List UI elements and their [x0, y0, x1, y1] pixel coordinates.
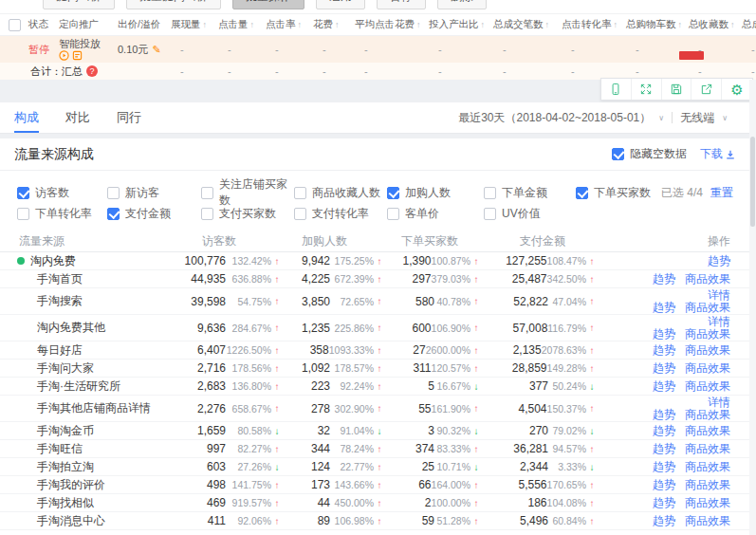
- action-link[interactable]: 商品效果: [685, 409, 730, 421]
- action-link[interactable]: 趋势: [653, 497, 675, 509]
- action-link[interactable]: 趋势: [653, 425, 675, 437]
- download-link[interactable]: 下载: [700, 146, 735, 162]
- toolbar-button[interactable]: 暂停: [377, 0, 426, 9]
- select-all-checkbox[interactable]: [9, 19, 21, 31]
- column-header[interactable]: 投入产出比↑: [429, 18, 493, 31]
- scrollbar-thumb[interactable]: [750, 137, 755, 227]
- action-link[interactable]: 详情: [708, 316, 730, 328]
- metric-checkbox[interactable]: 客单价: [387, 206, 484, 222]
- table-row: 手淘淘金币1,65980.58%↓3291.04%↓390.32%↓27079.…: [0, 422, 756, 440]
- toolbar-button[interactable]: 启用: [316, 0, 365, 9]
- metric-checkbox[interactable]: 加购人数: [387, 185, 484, 201]
- metric-checkbox[interactable]: 新访客: [107, 185, 201, 201]
- action-link[interactable]: 商品效果: [685, 515, 730, 527]
- tab-3[interactable]: 同行: [117, 102, 141, 133]
- column-header[interactable]: 点击率↑: [266, 18, 313, 31]
- column-header[interactable]: 花费↑: [313, 18, 355, 31]
- arrow-up-icon: ↑: [470, 403, 482, 414]
- metric-value: 2,683: [197, 379, 226, 393]
- metric-cell: 390.32%↓: [385, 424, 482, 437]
- action-link[interactable]: 详情: [708, 289, 730, 302]
- metric-checkbox[interactable]: 下单金额: [484, 185, 576, 201]
- metric-cell: 311120.57%↑: [385, 361, 482, 375]
- action-link[interactable]: 商品效果: [685, 380, 730, 393]
- column-header[interactable]: 展现量↑: [171, 18, 218, 31]
- date-range-selector[interactable]: 最近30天（2018-04-02~2018-05-01）: [458, 110, 651, 126]
- metric-checkbox[interactable]: 支付转化率: [294, 206, 387, 222]
- column-header[interactable]: 总成交金额↑: [742, 18, 756, 31]
- toolbar-button[interactable]: 批量提高出价: [126, 0, 221, 9]
- toolbar-button[interactable]: 删除: [437, 0, 487, 9]
- toolbar-button[interactable]: 提高出价: [43, 0, 115, 9]
- column-header[interactable]: 点击量↑: [218, 18, 266, 31]
- scrollbar[interactable]: [749, 80, 756, 535]
- action-link[interactable]: 趋势: [653, 344, 675, 357]
- terminal-selector[interactable]: 无线端: [680, 110, 714, 126]
- action-link[interactable]: 详情: [708, 397, 730, 409]
- metric-checkbox[interactable]: 下单买家数: [576, 185, 651, 201]
- action-link[interactable]: 趋势: [653, 409, 675, 421]
- action-link[interactable]: 趋势: [653, 515, 675, 527]
- action-link[interactable]: 商品效果: [685, 328, 730, 341]
- metric-value: 997: [207, 442, 226, 455]
- action-link[interactable]: 商品效果: [685, 497, 730, 509]
- action-link[interactable]: 商品效果: [685, 273, 730, 286]
- column-label: 定向推广: [59, 18, 99, 31]
- action-link[interactable]: 趋势: [653, 443, 675, 455]
- checkbox-icon: [107, 208, 120, 220]
- metric-cell: 469919.57%↑: [171, 496, 283, 509]
- mobile-preview-icon[interactable]: [601, 79, 632, 100]
- toolbar-button[interactable]: 批量操作: [232, 0, 304, 9]
- column-header[interactable]: 点击转化率↑: [562, 18, 626, 31]
- settings-gear-icon[interactable]: ⚙: [722, 79, 752, 100]
- action-link[interactable]: 趋势: [653, 380, 675, 393]
- help-icon[interactable]: ?: [86, 65, 98, 77]
- action-link[interactable]: 商品效果: [685, 344, 730, 357]
- action-link[interactable]: 商品效果: [685, 479, 730, 491]
- metric-checkbox[interactable]: 支付金额: [107, 206, 201, 222]
- action-link[interactable]: 趋势: [653, 328, 675, 341]
- reset-link[interactable]: 重置: [710, 185, 733, 201]
- metric-value: 1,092: [302, 361, 330, 375]
- action-link[interactable]: 商品效果: [685, 425, 730, 437]
- arrow-up-icon: ↑: [271, 480, 283, 490]
- action-link[interactable]: 商品效果: [685, 443, 730, 455]
- source-name: 淘内免费: [30, 253, 76, 269]
- metric-checkbox[interactable]: 访客数: [17, 185, 107, 201]
- column-header[interactable]: 平均点击花费↑: [355, 18, 429, 31]
- action-link[interactable]: 趋势: [653, 362, 675, 375]
- metric-checkbox[interactable]: 关注店铺买家数: [201, 176, 294, 209]
- save-icon[interactable]: [662, 79, 692, 100]
- traffic-source-cell: 手淘首页: [0, 271, 171, 287]
- fullscreen-icon[interactable]: [632, 79, 662, 100]
- column-header[interactable]: 总购物车数↑: [626, 18, 689, 31]
- metric-value: 469: [207, 496, 226, 509]
- promotion-name-cell[interactable]: 智能投放: [59, 38, 118, 61]
- metric-checkbox[interactable]: 支付买家数: [201, 206, 294, 222]
- metric-checkbox[interactable]: 下单转化率: [17, 206, 107, 222]
- action-link[interactable]: 趋势: [653, 302, 675, 314]
- edit-bid-icon[interactable]: ✎: [152, 44, 160, 56]
- arrow-up-icon: ↑: [271, 256, 283, 267]
- tab-1[interactable]: 构成: [14, 102, 39, 133]
- action-link[interactable]: 商品效果: [685, 302, 730, 314]
- action-link[interactable]: 商品效果: [685, 461, 730, 473]
- traffic-source-cell: 手淘旺信: [0, 441, 171, 457]
- metric-change: 225.86%: [330, 323, 374, 334]
- action-link[interactable]: 趋势: [708, 255, 730, 268]
- row-actions: 趋势商品效果: [598, 515, 756, 527]
- row-actions: 趋势商品效果: [598, 362, 756, 375]
- action-link[interactable]: 趋势: [653, 461, 675, 473]
- action-link[interactable]: 商品效果: [685, 362, 730, 375]
- metric-checkbox[interactable]: UV价值: [484, 206, 576, 222]
- metric-cell: 58040.78%↑: [385, 295, 482, 308]
- share-icon[interactable]: [691, 79, 722, 100]
- column-header[interactable]: 总成交笔数↑: [493, 18, 562, 31]
- metric-checkbox[interactable]: 商品收藏人数: [294, 185, 387, 201]
- action-link[interactable]: 趋势: [653, 273, 675, 286]
- tab-2[interactable]: 对比: [65, 102, 90, 133]
- column-header[interactable]: 总收藏数↑: [689, 18, 742, 31]
- metric-cell: 5,556170.65%↑: [482, 478, 598, 491]
- hide-empty-data-toggle[interactable]: 隐藏空数据: [612, 146, 687, 162]
- action-link[interactable]: 趋势: [653, 479, 675, 491]
